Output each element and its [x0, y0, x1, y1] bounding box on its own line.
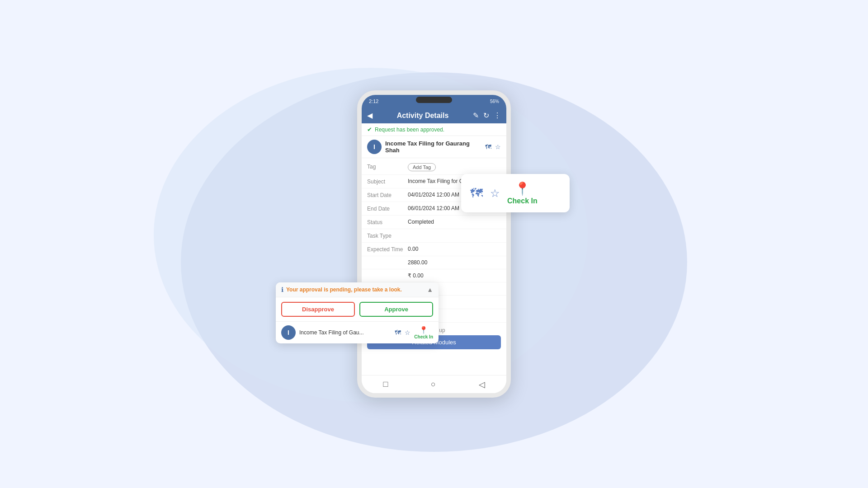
- approval-text: Request has been approved.: [375, 127, 444, 133]
- map-icon[interactable]: 🗺: [485, 143, 491, 150]
- field1-label: [367, 259, 408, 260]
- activity-row-icons: 🗺 ☆: [485, 143, 501, 150]
- task-type-row: Task Type: [362, 229, 506, 243]
- bottom-nav: □ ○ ◁: [362, 375, 506, 393]
- checkin-label: Check In: [507, 197, 538, 205]
- end-date-label: End Date: [367, 205, 408, 212]
- field1-value: 2880.00: [408, 259, 501, 266]
- disapprove-button[interactable]: Disapprove: [281, 302, 355, 317]
- approval-banner: ✔ Request has been approved.: [362, 123, 506, 136]
- approval-card: ℹ Your approval is pending, please take …: [276, 282, 439, 343]
- field1-row: 2880.00: [362, 256, 506, 269]
- field2-value: ₹ 0.00: [408, 272, 501, 279]
- popup-location-icon: 📍: [514, 181, 530, 196]
- check-icon: ✔: [367, 126, 372, 133]
- phone-shell: 2:12 56% ◀ Activity Details ✎ ↻ ⋮ ✔ Requ…: [357, 90, 511, 398]
- card-row-name: Income Tax Filing of Gau...: [299, 329, 391, 336]
- start-date-label: Start Date: [367, 192, 408, 198]
- back-nav-icon[interactable]: ◁: [479, 380, 485, 389]
- star-icon[interactable]: ☆: [495, 143, 501, 150]
- tag-row: Tag Add Tag: [362, 160, 506, 175]
- battery-display: 56%: [490, 99, 499, 104]
- refresh-button[interactable]: ↻: [483, 111, 489, 120]
- status-right: 56%: [490, 99, 499, 104]
- header-icons: ✎ ↻ ⋮: [473, 111, 501, 120]
- card-row-avatar: I: [281, 325, 296, 340]
- card-checkin-button[interactable]: 📍 Check In: [414, 326, 433, 339]
- more-button[interactable]: ⋮: [494, 111, 501, 120]
- expected-time-label: Expected Time: [367, 246, 408, 253]
- tag-label: Tag: [367, 163, 408, 170]
- task-type-label: Task Type: [367, 232, 408, 239]
- activity-name: Income Tax Filing for Gaurang Shah: [385, 140, 481, 154]
- back-button[interactable]: ◀: [367, 111, 373, 120]
- pending-text: Your approval is pending, please take a …: [286, 286, 402, 293]
- subject-label: Subject: [367, 178, 408, 185]
- approval-card-row: I Income Tax Filing of Gau... 🗺 ☆ 📍 Chec…: [276, 321, 439, 343]
- page-title: Activity Details: [373, 112, 473, 120]
- approval-card-header: ℹ Your approval is pending, please take …: [276, 282, 439, 297]
- status-row: Status Completed: [362, 216, 506, 229]
- expected-time-row: Expected Time 0.00: [362, 243, 506, 256]
- approval-info: ℹ Your approval is pending, please take …: [281, 286, 402, 293]
- card-checkin-label: Check In: [414, 334, 433, 339]
- card-row-icons: 🗺 ☆: [395, 329, 410, 336]
- popup-map-icon[interactable]: 🗺: [470, 186, 483, 201]
- phone-wrapper: 2:12 56% ◀ Activity Details ✎ ↻ ⋮ ✔ Requ…: [357, 90, 511, 398]
- home-nav-icon[interactable]: ○: [431, 380, 436, 389]
- square-nav-icon[interactable]: □: [383, 380, 388, 389]
- edit-button[interactable]: ✎: [473, 111, 479, 120]
- field2-row: ₹ 0.00: [362, 269, 506, 282]
- status-bar: 2:12 56%: [362, 95, 506, 108]
- notch: [416, 97, 452, 103]
- popup-star-icon[interactable]: ☆: [490, 187, 500, 200]
- card-map-icon[interactable]: 🗺: [395, 329, 401, 336]
- add-tag-button[interactable]: Add Tag: [408, 163, 436, 171]
- card-star-icon[interactable]: ☆: [405, 329, 410, 336]
- time-display: 2:12: [369, 99, 378, 104]
- checkin-button[interactable]: 📍 Check In: [507, 181, 538, 205]
- checkin-popup: 🗺 ☆ 📍 Check In: [461, 174, 570, 212]
- info-icon: ℹ: [281, 286, 283, 293]
- status-label: Status: [367, 219, 408, 225]
- collapse-icon[interactable]: ▲: [427, 286, 433, 293]
- avatar: I: [367, 140, 382, 154]
- expected-time-value: 0.00: [408, 246, 501, 252]
- app-header: ◀ Activity Details ✎ ↻ ⋮: [362, 108, 506, 123]
- approve-button[interactable]: Approve: [359, 302, 433, 317]
- activity-row: I Income Tax Filing for Gaurang Shah 🗺 ☆: [362, 136, 506, 158]
- field2-label: [367, 272, 408, 273]
- card-location-icon: 📍: [419, 326, 428, 334]
- approval-buttons: Disapprove Approve: [276, 297, 439, 321]
- status-value: Completed: [408, 219, 501, 225]
